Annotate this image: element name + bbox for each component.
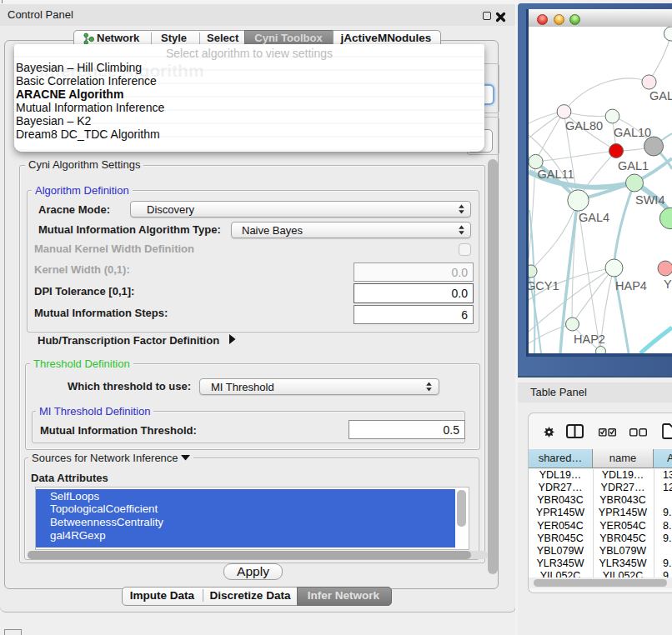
svg-text:GAL10: GAL10 [614,126,651,139]
svg-text:GAL11: GAL11 [538,168,574,181]
svg-text:GCY1: GCY1 [529,279,559,292]
svg-text:GAL80: GAL80 [565,119,603,132]
svg-text:HAP2: HAP2 [574,332,605,346]
svg-text:GAL1: GAL1 [618,159,649,172]
svg-text:GAL2: GAL2 [649,89,672,102]
svg-text:YJR048W: YJR048W [664,278,672,291]
svg-text:GAL4: GAL4 [579,211,609,224]
svg-text:HAP4: HAP4 [615,279,647,292]
svg-text:SWI4: SWI4 [635,193,664,207]
